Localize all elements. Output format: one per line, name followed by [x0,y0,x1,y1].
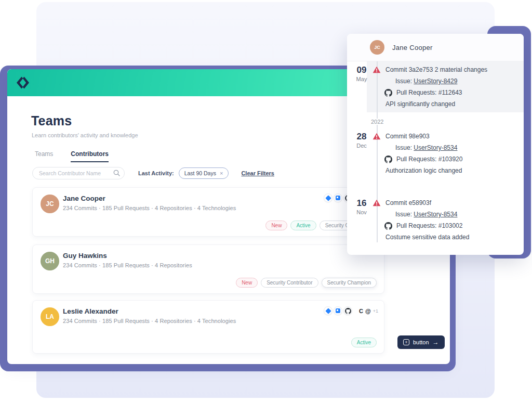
contributor-name: Jane Cooper [63,195,105,202]
issue-link[interactable]: UserStory-8429 [414,77,457,85]
filter-chip-last-90-days[interactable]: Last 90 Days × [179,167,229,179]
pull-request-text: Pull Requests: #112643 [396,87,462,98]
plus-icon: + [403,339,409,345]
clear-filters-link[interactable]: Clear Filters [241,170,274,176]
pull-request-row: Pull Requests: #103920 [384,153,515,165]
github-icon [384,89,392,97]
timeline-entry: 16 Nov Commit e58903f Issue: UserStory-8… [347,195,524,245]
issue-label: Issue: [395,77,414,85]
issue-row: Issue: UserStory-8534 [385,209,515,220]
page-subtitle: Learn contributors' activity and knowled… [32,132,138,138]
bitbucket-icon [334,193,342,202]
contributor-card[interactable]: JC Jane Cooper 234 Commits · 185 Pull Re… [32,187,384,237]
page: Teams Learn contributors' activity and k… [0,0,532,401]
timeline-entry: 28 Dec Commit 98e903 Issue: UserStory-85… [347,128,524,179]
chip-close-icon[interactable]: × [220,170,223,176]
avatar: LA [41,307,59,326]
entry-month: Nov [351,209,372,216]
commit-description: API significantly changed [385,98,515,110]
tech-icon: C [359,308,363,314]
timeline-body: 09 May Commit 3a2e753 2 material changes… [347,61,524,245]
entry-day: 28 [351,132,372,142]
tech-icons: C@+1 [359,308,378,314]
search-icon [113,170,120,176]
last-activity-label: Last Activity: [138,170,174,176]
entry-month: Dec [351,142,372,150]
issue-label: Issue: [395,144,414,151]
jira-icon [324,193,332,202]
entry-date: 09 May [351,65,372,83]
entry-month: May [351,75,372,83]
app-logo-icon [16,75,30,90]
tab-teams[interactable]: Teams [35,150,53,162]
issue-link[interactable]: UserStory-8534 [414,144,457,151]
avatar: JC [370,40,384,55]
warning-icon [373,133,381,140]
contributor-card[interactable]: LA Leslie Alexander 234 Commits · 185 Pu… [32,300,384,354]
tab-contributors[interactable]: Contributors [71,150,109,162]
github-icon [343,306,352,315]
avatar: GH [41,252,59,270]
add-button-label: button [413,339,429,345]
status-badge: Security Contributor [261,278,318,288]
contributor-stats: 234 Commits · 185 Pull Requests · 4 Repo… [63,205,236,211]
search-field-wrap [32,167,125,179]
github-icon [384,156,392,163]
filter-chip-label: Last 90 Days [184,170,216,176]
github-icon [384,222,392,230]
filter-row: Last Activity: Last 90 Days × Clear Filt… [32,167,274,179]
status-badge: Active [290,221,316,230]
warning-icon [373,199,381,206]
status-badge: Active [351,338,377,347]
badge-row: Active [351,338,377,347]
pull-request-text: Pull Requests: #103002 [396,220,462,231]
tab-bar: Teams Contributors [35,150,109,162]
commit-description: Authorization logic changed [385,165,515,176]
badge-row: NewSecurity ContributorSecurity Champion [236,278,377,288]
year-divider: 2022 [347,115,524,128]
entry-date: 16 Nov [351,198,372,216]
search-input[interactable] [32,167,125,179]
entry-day: 09 [351,65,372,75]
commit-text: Commit 3a2e753 2 material changes [385,64,515,75]
tech-icon: @ [365,308,371,314]
tech-icon: +1 [373,308,378,314]
commit-text: Commit e58903f [385,197,515,209]
commit-text: Commit 98e903 [385,131,515,142]
integration-icons: C@+1 [323,306,378,315]
timeline-header: JC Jane Cooper [347,34,524,61]
status-badge: New [236,278,258,288]
commit-description: Costume sensitive data added [385,231,515,243]
issue-label: Issue: [395,211,414,218]
bitbucket-icon [334,306,342,315]
contributor-stats: 234 Commits · 185 Pull Requests · 4 Repo… [63,318,236,324]
pull-request-text: Pull Requests: #103920 [396,153,462,165]
issue-row: Issue: UserStory-8534 [385,142,515,153]
avatar: JC [41,195,59,213]
issue-row: Issue: UserStory-8429 [385,75,515,87]
jira-icon [324,306,332,315]
timeline-entry: 09 May Commit 3a2e753 2 material changes… [347,61,524,112]
contributor-name: Leslie Alexander [63,307,118,315]
pull-request-row: Pull Requests: #112643 [384,87,515,98]
contributor-name: Guy Hawkins [63,252,107,260]
timeline-user-name: Jane Cooper [392,44,433,51]
entry-day: 16 [351,198,372,209]
status-badge: Security Champion [322,278,377,288]
contributor-card[interactable]: GH Guy Hawkins 234 Commits · 185 Pull Re… [32,244,384,294]
timeline-panel: JC Jane Cooper 09 May Commit 3a2e753 2 m… [347,34,524,255]
issue-link[interactable]: UserStory-8534 [414,211,457,218]
contributor-stats: 234 Commits · 185 Pull Requests · 4 Repo… [63,262,192,268]
timeline-line [377,60,378,242]
entry-date: 28 Dec [351,132,372,150]
add-button[interactable]: + button → [397,335,445,349]
arrow-right-icon: → [433,339,439,346]
status-badge: New [265,221,287,230]
page-title: Teams [31,113,72,128]
pull-request-row: Pull Requests: #103002 [384,220,515,231]
warning-icon [373,66,381,73]
